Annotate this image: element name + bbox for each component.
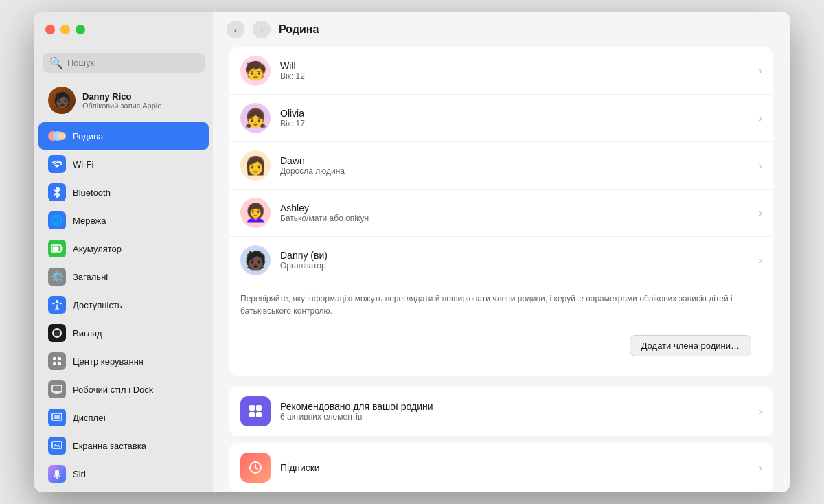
sidebar-item-general[interactable]: ⚙️ Загальні: [38, 263, 209, 290]
svg-rect-12: [58, 362, 61, 365]
svg-rect-16: [52, 442, 62, 448]
member-name-dawn: Dawn: [280, 155, 749, 166]
main-window: 🔍 🧑🏿 Danny Rico Обліковий запис Apple Ро…: [34, 12, 790, 492]
member-role-dawn: Доросла людина: [280, 166, 749, 176]
sidebar-item-network[interactable]: 🌐 Мережа: [38, 207, 209, 234]
network-icon: 🌐: [48, 211, 66, 229]
recommendations-row[interactable]: Рекомендовано для вашої родини 6 активни…: [229, 387, 773, 436]
avatar: 🧑🏿: [48, 87, 76, 114]
member-avatar-will: 🧒: [240, 56, 271, 86]
family-icon: [48, 127, 66, 145]
bluetooth-icon: [48, 183, 66, 201]
screensaver-icon: [48, 437, 66, 455]
svg-rect-13: [52, 385, 62, 392]
titlebar: [34, 12, 213, 47]
member-role-olivia: Вік: 17: [280, 119, 749, 128]
siri-icon: [48, 465, 66, 483]
main-content: ‹ › Родина 🧒 Will Вік: 12 › 👧: [213, 12, 790, 492]
svg-rect-15: [54, 415, 60, 419]
sidebar-label-battery: Акумулятор: [73, 244, 122, 254]
chevron-right-icon: ›: [759, 113, 762, 124]
subscriptions-icon: [240, 453, 271, 483]
chevron-right-icon: ›: [759, 207, 762, 218]
chevron-right-icon: ›: [759, 406, 762, 417]
close-button[interactable]: [45, 25, 55, 34]
member-avatar-ashley: 👩‍🦱: [240, 198, 271, 228]
sidebar-item-screensaver[interactable]: Екранна заставка: [38, 432, 209, 459]
back-button[interactable]: ‹: [227, 21, 244, 38]
control-icon: [48, 352, 66, 370]
member-avatar-danny: 🧑🏿: [240, 245, 271, 275]
search-box[interactable]: 🔍: [43, 53, 205, 73]
sidebar-item-accessibility[interactable]: Доступність: [38, 291, 209, 319]
member-row-ashley[interactable]: 👩‍🦱 Ashley Батько/мати або опікун ›: [229, 190, 773, 237]
sidebar-label-general: Загальні: [73, 272, 108, 282]
family-members-card: 🧒 Will Вік: 12 › 👧 Olivia Вік: 17 ›: [229, 47, 773, 376]
sidebar-label-appearance: Вигляд: [73, 328, 102, 339]
sidebar-label-family: Родина: [73, 131, 103, 141]
traffic-lights: [45, 25, 85, 34]
member-name-will: Will: [280, 60, 749, 71]
display-icon: [48, 409, 66, 426]
main-titlebar: ‹ › Родина: [213, 12, 790, 47]
page-title: Родина: [279, 23, 319, 36]
svg-rect-19: [249, 412, 255, 417]
svg-rect-20: [256, 412, 262, 417]
account-sub: Обліковий запис Apple: [82, 102, 161, 110]
minimize-button[interactable]: [60, 25, 70, 34]
add-member-button[interactable]: Додати члена родини…: [630, 335, 751, 356]
sidebar-item-display[interactable]: Дисплеї: [38, 404, 209, 431]
svg-point-8: [54, 330, 60, 336]
sidebar-label-desktop: Робочий стіл і Dock: [73, 385, 153, 395]
subscriptions-card: Підписки ›: [229, 443, 773, 492]
sidebar-item-appearance[interactable]: Вигляд: [38, 319, 209, 347]
forward-button[interactable]: ›: [253, 21, 271, 38]
account-name: Danny Rico: [82, 91, 161, 102]
subscriptions-row[interactable]: Підписки ›: [229, 443, 773, 492]
desktop-icon: [48, 380, 66, 398]
member-avatar-olivia: 👧: [240, 103, 271, 133]
sidebar-item-wifi[interactable]: Wi-Fi: [38, 150, 209, 178]
sidebar-label-bluetooth: Bluetooth: [73, 187, 111, 198]
member-role-will: Вік: 12: [280, 71, 749, 81]
sidebar-item-control[interactable]: Центр керування: [38, 347, 209, 375]
member-row-dawn[interactable]: 👩 Dawn Доросла людина ›: [229, 142, 773, 190]
svg-rect-17: [249, 405, 255, 411]
recommendations-sub: 6 активних елементів: [280, 412, 749, 422]
sidebar-label-screensaver: Екранна заставка: [73, 441, 146, 451]
maximize-button[interactable]: [76, 25, 85, 34]
sidebar-item-battery[interactable]: Акумулятор: [38, 235, 209, 262]
member-row-danny[interactable]: 🧑🏿 Danny (ви) Організатор ›: [229, 237, 773, 284]
svg-rect-10: [58, 357, 61, 360]
svg-rect-11: [53, 362, 56, 365]
accessibility-icon: [48, 296, 66, 314]
member-row-will[interactable]: 🧒 Will Вік: 12 ›: [229, 47, 773, 95]
sidebar-label-network: Мережа: [73, 216, 106, 226]
battery-icon: [48, 240, 66, 257]
search-icon: 🔍: [49, 56, 63, 69]
member-row-olivia[interactable]: 👧 Olivia Вік: 17 ›: [229, 95, 773, 142]
description-text: Перевіряйте, яку інформацію можуть перег…: [229, 284, 773, 317]
svg-rect-4: [62, 247, 63, 251]
svg-point-2: [58, 132, 66, 140]
member-name-ashley: Ashley: [280, 203, 749, 214]
main-body: 🧒 Will Вік: 12 › 👧 Olivia Вік: 17 ›: [213, 47, 790, 492]
chevron-right-icon: ›: [759, 65, 762, 76]
svg-rect-9: [53, 357, 56, 360]
member-avatar-dawn: 👩: [240, 150, 271, 181]
sidebar-item-siri[interactable]: Siri: [38, 460, 209, 488]
sidebar-label-wifi: Wi-Fi: [73, 159, 93, 170]
sidebar-item-bluetooth[interactable]: Bluetooth: [38, 179, 209, 206]
account-row[interactable]: 🧑🏿 Danny Rico Обліковий запис Apple: [38, 81, 209, 119]
sidebar-label-accessibility: Доступність: [73, 300, 122, 310]
sidebar-label-control: Центр керування: [73, 356, 144, 367]
appearance-icon: [48, 324, 66, 342]
chevron-right-icon: ›: [759, 462, 762, 473]
search-input[interactable]: [67, 58, 198, 68]
sidebar-item-family[interactable]: Родина: [38, 122, 209, 150]
member-role-ashley: Батько/мати або опікун: [280, 214, 749, 223]
wifi-icon: [48, 155, 66, 173]
recommendations-card: Рекомендовано для вашої родини 6 активни…: [229, 387, 773, 436]
member-name-olivia: Olivia: [280, 108, 749, 119]
sidebar-item-desktop[interactable]: Робочий стіл і Dock: [38, 376, 209, 403]
